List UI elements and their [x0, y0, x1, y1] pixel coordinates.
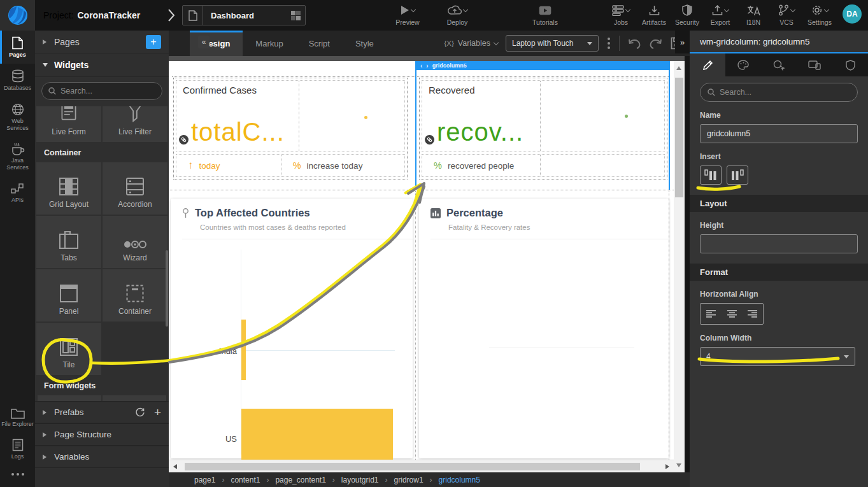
add-page-button[interactable]: +: [146, 35, 161, 49]
undo-button[interactable]: [627, 38, 641, 49]
pages-grid-icon[interactable]: [286, 11, 305, 20]
prefabs-section-header[interactable]: Prefabs +: [35, 401, 169, 423]
export-button[interactable]: Export: [706, 3, 734, 26]
confirmed-cases-tile[interactable]: Confirmed Cases totalC... ↑ today: [173, 78, 408, 180]
scroll-left-arrow[interactable]: [173, 464, 177, 469]
export-caret-icon[interactable]: [724, 6, 729, 11]
selected-widget-header[interactable]: ‹ › gridcolumn5: [415, 61, 670, 70]
widget-accordion[interactable]: Accordion: [103, 162, 167, 215]
refresh-icon[interactable]: [135, 407, 145, 418]
live-filter-funnel-icon: [125, 106, 145, 123]
page-preview[interactable]: ‹ › gridcolumn5 Confirmed Cases totalC: [169, 61, 674, 460]
align-left-button[interactable]: [701, 304, 722, 324]
widget-live-filter[interactable]: Live Filter: [103, 106, 167, 142]
add-prefab-button[interactable]: +: [154, 406, 161, 418]
binding-link-icon[interactable]: [179, 135, 189, 145]
redo-button[interactable]: [649, 38, 663, 49]
tab-markup[interactable]: Markup: [243, 31, 295, 56]
recovered-tile[interactable]: Recovered recov... % recovered people: [419, 78, 667, 180]
tab-properties[interactable]: [690, 53, 725, 76]
device-selector[interactable]: Laptop with Touch: [506, 35, 599, 52]
widget-tabs[interactable]: Tabs: [36, 216, 101, 268]
horizontal-scroll-thumb[interactable]: [185, 463, 640, 470]
top-affected-countries-panel[interactable]: Top Affected Countries Countries with mo…: [171, 199, 413, 458]
canvas-horizontal-scrollbar[interactable]: [169, 460, 674, 472]
tab-security[interactable]: [832, 53, 868, 76]
vcs-caret-icon[interactable]: [790, 6, 795, 11]
sidebar-item-logs[interactable]: Logs: [0, 433, 35, 465]
tab-devices[interactable]: [797, 53, 832, 76]
settings-caret-icon[interactable]: [823, 6, 829, 11]
sidebar-item-file-explorer[interactable]: File Explorer: [0, 402, 35, 433]
panel-collapse-button[interactable]: «: [198, 36, 210, 48]
user-avatar[interactable]: DA: [843, 4, 862, 24]
properties-panel: wm-gridcolumn: gridcolumn5 Name: [690, 31, 868, 487]
pages-section-header[interactable]: Pages +: [35, 31, 169, 53]
widget-wizard[interactable]: Wizard: [103, 216, 167, 268]
breadcrumb-page-content1[interactable]: page_content1: [275, 476, 325, 484]
select-previous-icon[interactable]: ‹: [420, 62, 422, 69]
align-center-button[interactable]: [722, 304, 743, 324]
vertical-scroll-thumb[interactable]: [675, 78, 683, 197]
widget-live-form[interactable]: Live Form: [36, 106, 101, 142]
sidebar-item-pages[interactable]: Pages: [0, 31, 35, 64]
deploy-button[interactable]: Deploy: [443, 3, 471, 26]
breadcrumb-content1[interactable]: content1: [231, 476, 260, 484]
sidebar-item-web-services[interactable]: Web Services: [0, 97, 35, 138]
sidebar-item-java-services[interactable]: Java Services: [0, 137, 35, 177]
binding-link-icon[interactable]: [425, 135, 434, 145]
properties-panel-toggle[interactable]: »: [675, 31, 690, 53]
select-next-icon[interactable]: ›: [426, 62, 428, 69]
bar-us[interactable]: [241, 409, 393, 460]
tab-style[interactable]: Style: [343, 31, 387, 56]
security-button[interactable]: Security: [673, 3, 701, 26]
widgets-scrollbar[interactable]: [166, 250, 168, 327]
canvas-vertical-scrollbar[interactable]: [674, 61, 685, 472]
bar-india[interactable]: [241, 320, 246, 380]
column-width-select[interactable]: 4: [700, 347, 855, 366]
widget-container[interactable]: Container: [103, 269, 167, 321]
jobs-button[interactable]: Jobs: [607, 3, 635, 26]
preview-caret-icon[interactable]: [410, 6, 415, 11]
insert-column-left-button[interactable]: [700, 166, 722, 185]
preview-button[interactable]: Preview: [394, 3, 422, 26]
breadcrumb-layoutgrid1[interactable]: layoutgrid1: [341, 476, 379, 484]
widgets-section-header[interactable]: Widgets: [35, 53, 169, 77]
vcs-button[interactable]: VCS: [772, 3, 800, 26]
breadcrumb-page1[interactable]: page1: [194, 476, 215, 484]
sidebar-more-button[interactable]: [0, 465, 35, 483]
topbar-actions: Preview Deploy Tutorials: [394, 3, 559, 26]
deploy-caret-icon[interactable]: [462, 6, 467, 11]
insert-column-right-button[interactable]: [727, 166, 748, 185]
variables-button[interactable]: {X} Variables: [444, 39, 498, 48]
variables-section-header[interactable]: Variables: [35, 446, 169, 468]
widget-tile[interactable]: Tile: [36, 323, 101, 375]
sidebar-item-databases[interactable]: Databases: [0, 64, 35, 97]
tutorials-button[interactable]: Tutorials: [531, 3, 559, 26]
artifacts-button[interactable]: Artifacts: [640, 3, 668, 26]
scroll-down-arrow[interactable]: [676, 463, 681, 467]
jobs-caret-icon[interactable]: [625, 6, 630, 11]
settings-button[interactable]: Settings: [806, 3, 834, 26]
widget-grid-layout[interactable]: Grid Layout: [36, 162, 101, 215]
tab-script[interactable]: Script: [296, 31, 343, 56]
more-options-button[interactable]: [606, 38, 611, 49]
tab-events[interactable]: [761, 53, 797, 76]
page-structure-section-header[interactable]: Page Structure: [35, 423, 169, 446]
scroll-up-arrow[interactable]: [676, 66, 681, 70]
properties-search-input[interactable]: [720, 88, 850, 97]
name-field[interactable]: [700, 124, 858, 143]
breadcrumb-gridrow1[interactable]: gridrow1: [394, 476, 423, 484]
tab-styles[interactable]: [725, 53, 761, 76]
sidebar-item-apis[interactable]: APIs: [0, 177, 35, 209]
scroll-right-arrow[interactable]: [665, 464, 669, 469]
height-field[interactable]: [700, 234, 858, 253]
percentage-panel[interactable]: Percentage Fatality & Recovery rates: [419, 199, 669, 458]
page-tab-dashboard[interactable]: Dashboard: [182, 5, 306, 25]
widget-panel[interactable]: Panel: [36, 269, 101, 321]
wavemaker-logo[interactable]: [0, 0, 35, 31]
widget-search-input[interactable]: [60, 87, 155, 95]
i18n-button[interactable]: I18N: [739, 3, 767, 26]
align-right-button[interactable]: [742, 304, 763, 324]
breadcrumb-gridcolumn5[interactable]: gridcolumn5: [439, 476, 480, 484]
